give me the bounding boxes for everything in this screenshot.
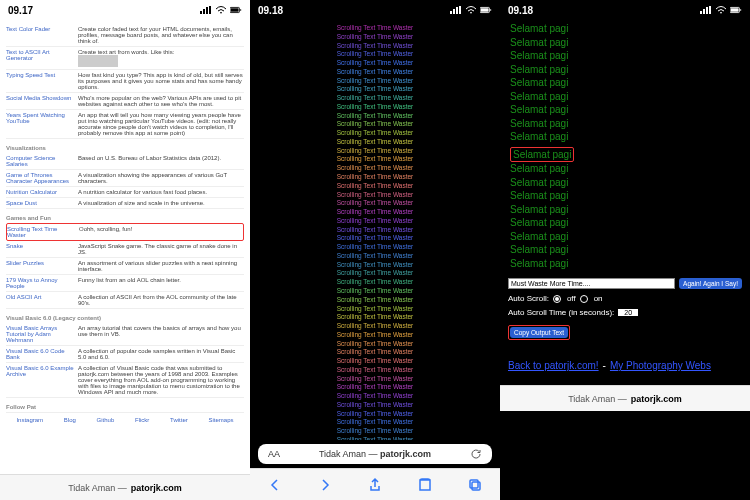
list-item[interactable]: Visual Basic 6.0 Code BankA collection o…: [6, 346, 244, 363]
scroll-line: Scrolling Text Time Waster: [260, 120, 490, 129]
output-line: Selamat pagi: [510, 189, 740, 203]
scroll-line: Scrolling Text Time Waster: [260, 50, 490, 59]
scroll-line: Scrolling Text Time Waster: [260, 340, 490, 349]
scroll-line: Scrolling Text Time Waster: [260, 305, 490, 314]
list-item[interactable]: Visual Basic 6.0 Example ArchiveA collec…: [6, 363, 244, 398]
svg-rect-5: [231, 8, 239, 11]
svg-rect-3: [209, 6, 211, 14]
svg-rect-13: [490, 9, 491, 11]
list-item[interactable]: Text to ASCII Art GeneratorCreate text a…: [6, 47, 244, 70]
scroll-line: Scrolling Text Time Waster: [260, 234, 490, 243]
svg-rect-8: [453, 9, 455, 14]
output-line: Selamat pagi: [510, 203, 740, 217]
scroll-line: Scrolling Text Time Waster: [260, 94, 490, 103]
output-line: Selamat pagi: [510, 162, 740, 176]
scroll-line: Scrolling Text Time Waster: [260, 357, 490, 366]
status-right: [450, 6, 492, 14]
output-line: Selamat pagi: [510, 243, 740, 257]
radio-off[interactable]: [553, 295, 561, 303]
svg-rect-0: [200, 11, 202, 14]
scroll-line: Scrolling Text Time Waster: [260, 164, 490, 173]
svg-rect-18: [706, 7, 708, 14]
time-input[interactable]: [618, 309, 638, 316]
back-icon[interactable]: [267, 477, 283, 493]
scroll-line: Scrolling Text Time Waster: [260, 375, 490, 384]
scroll-line: Scrolling Text Time Waster: [260, 287, 490, 296]
wifi-icon: [465, 6, 477, 14]
output-line: Selamat pagi: [510, 63, 740, 77]
text-input[interactable]: [508, 278, 675, 289]
autoscroll-label: Auto Scroll:: [508, 294, 549, 303]
back-link[interactable]: Back to patorjk.com!: [508, 360, 599, 371]
svg-rect-7: [450, 11, 452, 14]
svg-rect-19: [709, 6, 711, 14]
copy-button[interactable]: Copy Output Text: [510, 327, 568, 338]
list-item[interactable]: Scrolling Text Time WasterOohh, scrollin…: [6, 223, 244, 241]
output-line: Selamat pagi: [510, 117, 740, 131]
scroll-line: Scrolling Text Time Waster: [260, 59, 490, 68]
scroll-line: Scrolling Text Time Waster: [260, 401, 490, 410]
bottom-links: Back to patorjk.com!-My Photography Webs: [500, 346, 750, 385]
page-content[interactable]: Text Color FaderCreate color faded text …: [0, 20, 250, 474]
status-right: [700, 6, 742, 14]
output-line: Selamat pagi: [510, 147, 574, 163]
controls-panel: Again! Again I Say! Auto Scroll: off on …: [500, 272, 750, 346]
list-item[interactable]: Computer Science SalariesBased on U.S. B…: [6, 153, 244, 170]
aa-button[interactable]: AA: [268, 449, 280, 459]
tabs-icon[interactable]: [467, 477, 483, 493]
scroll-line: Scrolling Text Time Waster: [260, 252, 490, 261]
list-item[interactable]: Visual Basic Arrays Tutorial by Adam Weh…: [6, 323, 244, 346]
list-item[interactable]: Text Color FaderCreate color faded text …: [6, 24, 244, 47]
time-label: Auto Scroll Time (in seconds):: [508, 308, 614, 317]
list-item[interactable]: Space DustA visualization of size and sc…: [6, 198, 244, 209]
list-item[interactable]: Typing Speed TestHow fast kind you type?…: [6, 70, 244, 93]
output-line: Selamat pagi: [510, 22, 740, 36]
scroll-line: Scrolling Text Time Waster: [260, 383, 490, 392]
scroll-line: Scrolling Text Time Waster: [260, 42, 490, 51]
svg-rect-2: [206, 7, 208, 14]
list-item[interactable]: Old ASCII ArtA collection of ASCII Art f…: [6, 292, 244, 309]
scroll-line: Scrolling Text Time Waster: [260, 427, 490, 436]
list-item[interactable]: Years Spent Watching YouTubeAn app that …: [6, 110, 244, 139]
svg-rect-15: [472, 482, 480, 490]
scroll-line: Scrolling Text Time Waster: [260, 155, 490, 164]
list-item[interactable]: Social Media ShowdownWho's more popular …: [6, 93, 244, 110]
wifi-icon: [215, 6, 227, 14]
address-bar[interactable]: Tidak Aman — patorjk.com: [500, 385, 750, 411]
domain: patorjk.com: [631, 394, 682, 404]
forward-icon[interactable]: [317, 477, 333, 493]
domain: patorjk.com: [131, 483, 182, 493]
list-item[interactable]: SnakeJavaScript Snake game. The classic …: [6, 241, 244, 258]
list-item[interactable]: Game of Thrones Character AppearancesA v…: [6, 170, 244, 187]
scroll-line: Scrolling Text Time Waster: [260, 68, 490, 77]
scroll-line: Scrolling Text Time Waster: [260, 436, 490, 440]
radio-on[interactable]: [580, 295, 588, 303]
list-item[interactable]: Nutrition CalculatorA nutrition calculat…: [6, 187, 244, 198]
output-line: Selamat pagi: [510, 216, 740, 230]
signal-icon: [450, 6, 462, 14]
status-bar: 09.18: [250, 0, 500, 20]
photo-link[interactable]: My Photography Webs: [610, 360, 711, 371]
list-item[interactable]: 179 Ways to Annoy PeopleFunny list from …: [6, 275, 244, 292]
scrolling-text-area: Scrolling Text Time WasterScrolling Text…: [250, 20, 500, 440]
scroll-line: Scrolling Text Time Waster: [260, 322, 490, 331]
again-button[interactable]: Again! Again I Say!: [679, 278, 742, 289]
output-line: Selamat pagi: [510, 36, 740, 50]
status-bar: 09.18: [500, 0, 750, 20]
list-item[interactable]: Slider PuzzlesAn assortment of various s…: [6, 258, 244, 275]
address-bar[interactable]: Tidak Aman — patorjk.com: [0, 474, 250, 500]
scroll-line: Scrolling Text Time Waster: [260, 24, 490, 33]
reload-icon[interactable]: [470, 448, 482, 460]
address-pill[interactable]: AA Tidak Aman — patorjk.com: [258, 444, 492, 464]
scroll-line: Scrolling Text Time Waster: [260, 331, 490, 340]
scroll-line: Scrolling Text Time Waster: [260, 147, 490, 156]
wifi-icon: [715, 6, 727, 14]
battery-icon: [730, 6, 742, 14]
svg-rect-17: [703, 9, 705, 14]
share-icon[interactable]: [367, 477, 383, 493]
output-line: Selamat pagi: [510, 130, 740, 144]
battery-icon: [230, 6, 242, 14]
scroll-line: Scrolling Text Time Waster: [260, 296, 490, 305]
scroll-line: Scrolling Text Time Waster: [260, 173, 490, 182]
bookmarks-icon[interactable]: [417, 477, 433, 493]
